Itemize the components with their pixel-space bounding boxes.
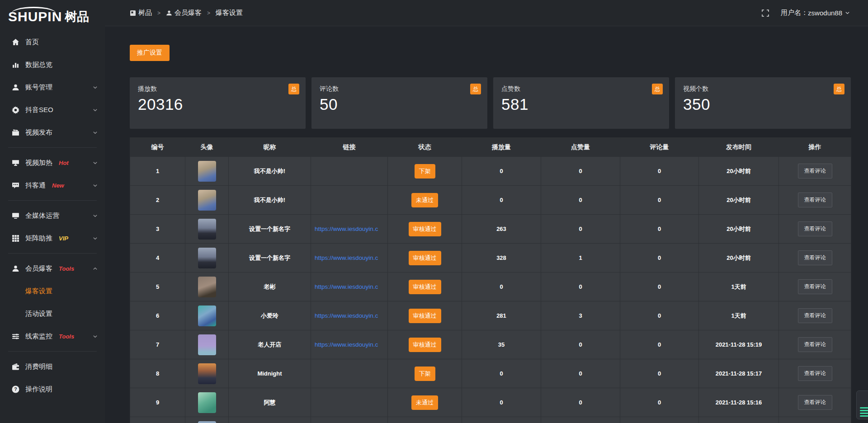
video-link[interactable]: https://www.iesdouyin.c (315, 312, 378, 319)
total-badge: 总 (470, 84, 481, 94)
sidebar-item-抖客通[interactable]: 抖客通New (0, 174, 105, 197)
user-menu[interactable]: 用户名： zswodun88 (781, 9, 850, 17)
cell-id: 2 (130, 186, 185, 215)
avatar (198, 334, 216, 355)
video-icon (12, 129, 19, 136)
status-badge[interactable]: 审核通过 (409, 338, 441, 352)
avatar (198, 161, 216, 182)
view-comments-button[interactable]: 查看评论 (798, 395, 832, 410)
cell-id: 5 (130, 273, 185, 301)
sidebar-item-首页[interactable]: 首页 (0, 31, 105, 53)
view-comments-button[interactable]: 查看评论 (798, 164, 832, 179)
sliders-icon (12, 333, 19, 340)
main-content: 推广设置 播放数20316总评论数50总点赞数581总视频个数350总 编号头像… (105, 26, 868, 423)
cell-likes: 1 (541, 244, 620, 273)
cell-comments: 0 (620, 215, 699, 244)
fullscreen-icon[interactable] (762, 9, 769, 17)
cell-nickname: 老彬 (229, 273, 311, 301)
cell-action: 查看评论 (779, 244, 851, 273)
status-badge[interactable]: 下架 (415, 164, 435, 179)
video-link[interactable]: https://www.iesdouyin.c (315, 254, 378, 261)
status-badge[interactable]: 审核通过 (409, 280, 441, 294)
stat-card-value: 581 (501, 95, 661, 113)
sidebar-subitem-活动设置[interactable]: 活动设置 (0, 302, 105, 325)
sidebar-item-label: 全媒体运营 (25, 212, 59, 220)
status-badge[interactable]: 审核通过 (409, 222, 441, 236)
sidebar-item-操作说明[interactable]: ?操作说明 (0, 378, 105, 400)
cell-link (311, 359, 388, 388)
sidebar-item-数据总览[interactable]: 数据总览 (0, 53, 105, 76)
view-comments-button[interactable]: 查看评论 (798, 308, 832, 323)
cell-action: 查看评论 (779, 359, 851, 388)
cell-status: 审核通过 (388, 301, 462, 330)
view-comments-button[interactable]: 查看评论 (798, 366, 832, 381)
video-link[interactable]: https://www.iesdouyin.c (315, 283, 378, 290)
cell-plays: 263 (462, 215, 541, 244)
column-header-头像: 头像 (185, 138, 229, 157)
floating-service-widget[interactable] (856, 390, 868, 419)
sidebar-subitem-爆客设置[interactable]: 爆客设置 (0, 280, 105, 302)
view-comments-button[interactable]: 查看评论 (798, 250, 832, 265)
cell-plays: 0 (462, 186, 541, 215)
sidebar-badge: Tools (59, 333, 74, 340)
cell-nickname: 我不是小帅! (229, 186, 311, 215)
cell-link: https://www.iesdouyin.c (311, 215, 388, 244)
breadcrumb-link-树品[interactable]: 树品 (130, 9, 152, 17)
chevron-down-icon (845, 10, 850, 15)
view-comments-button[interactable]: 查看评论 (798, 193, 832, 207)
video-link[interactable]: https://www.iesdouyin.c (315, 341, 378, 348)
app-logo[interactable]: SHUPIN 树品 (0, 0, 105, 24)
sidebar-item-抖音SEO[interactable]: 抖音SEO (0, 99, 105, 121)
cell-avatar (185, 157, 229, 186)
sidebar-item-账号管理[interactable]: 账号管理 (0, 76, 105, 99)
user-icon (12, 84, 19, 91)
cell-action: 查看评论 (779, 157, 851, 186)
cell-status: 审核通过 (388, 330, 462, 359)
logo-text-cjk: 树品 (65, 10, 89, 24)
view-comments-button[interactable]: 查看评论 (798, 337, 832, 352)
sidebar-item-视频发布[interactable]: 视频发布 (0, 121, 105, 144)
cell-comments: 0 (620, 330, 699, 359)
sidebar-item-视频加热[interactable]: 视频加热Hot (0, 151, 105, 174)
promo-settings-button[interactable]: 推广设置 (130, 45, 170, 61)
video-link[interactable]: https://www.iesdouyin.c (315, 226, 378, 232)
sidebar-item-矩阵助推[interactable]: 矩阵助推VIP (0, 227, 105, 249)
stat-card-value: 350 (683, 95, 843, 113)
sidebar-item-会员爆客[interactable]: 会员爆客Tools (0, 257, 105, 280)
avatar (198, 421, 216, 423)
status-badge[interactable]: 审核通过 (409, 309, 441, 323)
cell-action: 查看评论 (779, 186, 851, 215)
cell-status: 未通过 (388, 388, 462, 417)
breadcrumb-link-会员爆客[interactable]: 会员爆客 (166, 9, 202, 17)
chevron-down-icon (93, 183, 98, 188)
chevron-up-icon (93, 266, 98, 271)
cell-comments: 0 (620, 186, 699, 215)
sidebar-item-线索监控[interactable]: 线索监控Tools (0, 325, 105, 348)
sidebar-item-全媒体运营[interactable]: 全媒体运营 (0, 204, 105, 227)
cell-avatar (185, 244, 229, 273)
status-badge[interactable]: 未通过 (411, 395, 438, 410)
view-comments-button[interactable]: 查看评论 (798, 221, 832, 236)
cell-id: 7 (130, 330, 185, 359)
cell-link (311, 388, 388, 417)
column-header-播放量: 播放量 (462, 138, 541, 157)
table-row (130, 417, 851, 423)
cell-plays (462, 417, 541, 423)
table-row: 5老彬https://www.iesdouyin.c审核通过0001天前查看评论 (130, 273, 851, 301)
sidebar-item-label: 操作说明 (25, 385, 52, 394)
stat-card-label: 视频个数 (683, 85, 843, 93)
status-badge[interactable]: 下架 (415, 367, 435, 381)
cell-time: 2021-11-28 15:19 (699, 330, 779, 359)
comment-icon (12, 182, 19, 189)
sidebar-item-消费明细[interactable]: 消费明细 (0, 355, 105, 378)
breadcrumb-separator: > (157, 10, 160, 16)
stat-card-value: 20316 (138, 95, 297, 113)
sidebar-item-label: 视频加热 (25, 159, 52, 167)
chart-icon (12, 61, 19, 69)
cell-avatar (185, 215, 229, 244)
cell-comments: 0 (620, 359, 699, 388)
status-badge[interactable]: 审核通过 (409, 251, 441, 265)
svg-text:?: ? (14, 386, 17, 392)
view-comments-button[interactable]: 查看评论 (798, 279, 832, 294)
status-badge[interactable]: 未通过 (411, 193, 438, 207)
